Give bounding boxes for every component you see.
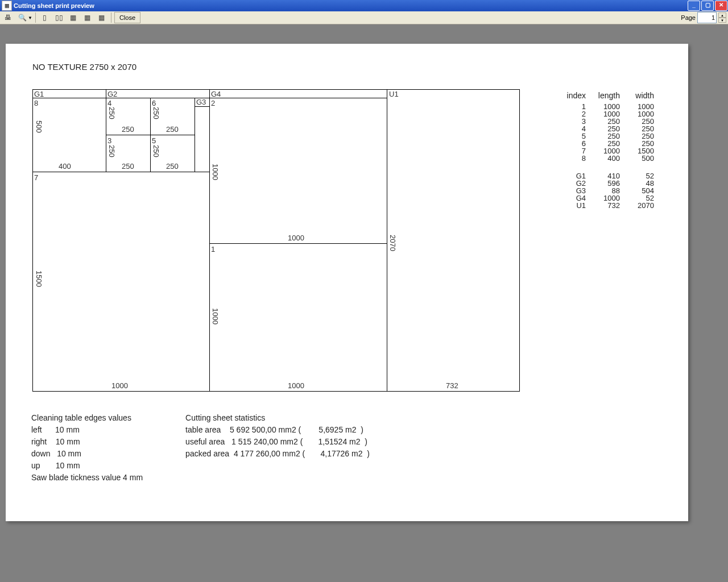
piece-6-h: 250 <box>152 107 160 119</box>
piece-4-w: 250 <box>122 125 134 134</box>
gutter-label-U1: U1 <box>389 90 399 98</box>
page-label: Page <box>681 14 696 21</box>
table-body-gutters: G141052G259648G388504G4100052U17322070 <box>557 172 654 209</box>
piece-1-index: 1 <box>211 245 215 253</box>
layout-4up-icon[interactable]: ▦ <box>81 12 94 23</box>
piece-6-w: 250 <box>166 125 179 134</box>
th-index: index <box>557 92 586 99</box>
u1-height: 2070 <box>388 235 397 251</box>
th-length: length <box>586 92 620 99</box>
footer-info: Cleaning table edges values left 10 mm r… <box>31 412 370 484</box>
piece-5-index: 5 <box>152 136 156 145</box>
piece-5-h: 250 <box>152 145 160 157</box>
table-row: 4250250 <box>557 125 654 132</box>
gutter-label-G2: G2 <box>107 90 117 98</box>
app-icon: ▦ <box>2 1 12 11</box>
piece-7-h: 1500 <box>35 271 43 287</box>
piece-4-h: 250 <box>107 107 116 119</box>
sheet-title: NO TEXTURE 2750 x 2070 <box>32 62 136 72</box>
table-row: U17322070 <box>557 202 654 209</box>
piece-2-index: 2 <box>211 99 215 107</box>
gutter-label-G4: G4 <box>211 90 221 98</box>
piece-7-w: 1000 <box>111 381 128 390</box>
layout-2up-icon[interactable]: ▯▯ <box>53 12 65 23</box>
gutter-label-G3: G3 <box>196 98 206 106</box>
table-row: G141052 <box>557 172 654 180</box>
page-spinner[interactable]: ▲▼ <box>718 13 726 23</box>
piece-1-h: 1000 <box>211 308 220 325</box>
table-row: 3250250 <box>557 118 654 125</box>
piece-8-h: 500 <box>35 120 43 133</box>
window-titlebar: ▦ Cutting sheet print preview _ ▢ ✕ <box>0 0 728 11</box>
print-icon[interactable]: 🖶 <box>2 12 14 23</box>
close-window-button[interactable]: ✕ <box>715 1 727 11</box>
piece-3-w: 250 <box>122 162 134 171</box>
cutting-statistics-block: Cutting sheet statistics table area 5 69… <box>185 412 370 484</box>
table-row: 710001500 <box>557 147 654 155</box>
table-body-pieces: 1100010002100010003250250425025052502506… <box>557 103 654 162</box>
piece-4-index: 4 <box>107 99 111 107</box>
piece-index-table: index length width 110001000210001000325… <box>557 92 654 209</box>
u1-width: 732 <box>446 381 458 390</box>
piece-3-index: 3 <box>107 136 111 145</box>
piece-8-w: 400 <box>59 162 71 171</box>
piece-6-index: 6 <box>152 99 156 107</box>
th-width: width <box>620 92 654 99</box>
zoom-icon[interactable]: 🔍 <box>16 12 28 23</box>
close-button[interactable]: Close <box>114 12 140 23</box>
layout-1up-icon[interactable]: ▯ <box>39 12 51 23</box>
window-title: Cutting sheet print preview <box>14 2 94 9</box>
zoom-dropdown-arrow[interactable]: ▼ <box>28 15 32 20</box>
layout-3up-icon[interactable]: ▦ <box>67 12 80 23</box>
cutting-sheet-diagram: G1 G2 G3 G4 U1 8 500 400 <box>32 89 520 392</box>
cleaning-edges-block: Cleaning table edges values left 10 mm r… <box>31 412 143 484</box>
piece-7-index: 7 <box>34 173 38 182</box>
preview-page: NO TEXTURE 2750 x 2070 G1 G2 G3 G4 U1 <box>6 44 688 521</box>
piece-5-w: 250 <box>166 162 179 171</box>
piece-3-h: 250 <box>107 145 116 157</box>
page-input[interactable] <box>697 12 717 23</box>
table-row: 5250250 <box>557 132 654 140</box>
toolbar: 🖶 🔍 ▼ ▯ ▯▯ ▦ ▦ ▦ Close Page ▲▼ <box>0 11 728 24</box>
table-row: 210001000 <box>557 110 654 118</box>
layout-6up-icon[interactable]: ▦ <box>96 12 108 23</box>
table-row: 8400500 <box>557 155 654 162</box>
piece-8-index: 8 <box>34 99 38 107</box>
piece-1-w: 1000 <box>288 381 304 390</box>
piece-2-w: 1000 <box>288 234 304 242</box>
maximize-button[interactable]: ▢ <box>701 1 714 11</box>
gutter-label-G1: G1 <box>34 90 44 98</box>
piece-2-h: 1000 <box>211 164 220 180</box>
minimize-button[interactable]: _ <box>688 1 700 11</box>
table-row: G259648 <box>557 180 654 187</box>
